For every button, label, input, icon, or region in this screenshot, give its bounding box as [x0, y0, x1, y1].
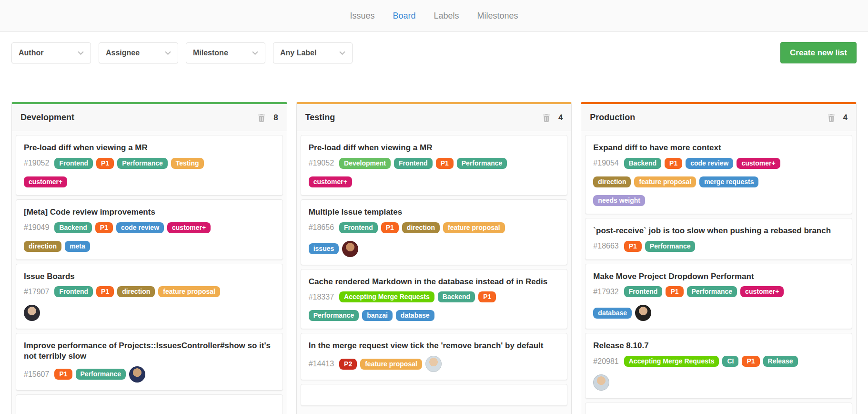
assignee-avatar[interactable] [24, 305, 40, 321]
issue-card[interactable]: Release 8.10.7#20981Accepting Merge Requ… [585, 333, 852, 399]
label-pill[interactable]: direction [24, 241, 61, 252]
label-pill[interactable]: Performance [687, 286, 737, 297]
label-pill[interactable]: Accepting Merge Requests [624, 356, 719, 367]
assignee-filter-dropdown[interactable]: Assignee [99, 42, 178, 63]
label-pill[interactable]: database [396, 310, 434, 321]
label-pill[interactable]: direction [117, 286, 155, 297]
assignee-avatar[interactable] [129, 366, 145, 383]
issue-title[interactable]: Multiple Issue templates [309, 207, 560, 217]
label-pill[interactable]: Accepting Merge Requests [339, 291, 434, 302]
label-pill[interactable]: P1 [478, 291, 496, 302]
issue-card-partial[interactable] [16, 394, 283, 414]
issue-title[interactable]: In the merge request view tick the 'remo… [309, 341, 560, 351]
label-pill[interactable]: customer+ [740, 286, 784, 297]
label-pill[interactable]: Frontend [54, 286, 93, 297]
label-pill[interactable]: merge requests [699, 176, 758, 187]
label-pill[interactable]: Backend [438, 291, 475, 302]
issue-title[interactable]: Make Move Project Dropdown Performant [593, 271, 844, 282]
label-pill[interactable]: database [593, 308, 632, 319]
assignee-avatar[interactable] [635, 305, 651, 321]
issue-title[interactable]: Cache rendered Markdown in the database … [309, 277, 560, 287]
label-pill[interactable]: customer+ [167, 222, 211, 233]
milestone-filter-dropdown[interactable]: Milestone [186, 42, 265, 63]
label-pill[interactable]: direction [402, 222, 440, 233]
delete-list-button[interactable] [826, 114, 837, 122]
label-pill[interactable]: P1 [96, 286, 114, 297]
tab-board[interactable]: Board [393, 11, 415, 21]
label-pill[interactable]: Performance [457, 158, 507, 169]
label-pill[interactable]: Release [763, 356, 798, 367]
delete-list-button[interactable] [541, 114, 552, 122]
label-pill[interactable]: customer+ [24, 176, 67, 187]
label-pill[interactable]: Performance [76, 369, 126, 380]
label-pill[interactable]: feature proposal [360, 359, 422, 370]
label-pill[interactable]: P1 [624, 241, 642, 252]
label-filter-dropdown[interactable]: Any Label [273, 42, 353, 63]
issue-title[interactable]: [Meta] Code review improvements [24, 207, 275, 217]
label-pill[interactable]: feature proposal [443, 222, 505, 233]
issue-card[interactable]: In the merge request view tick the 'remo… [301, 333, 568, 380]
assignee-avatar[interactable] [425, 356, 442, 372]
label-pill[interactable]: code review [116, 222, 164, 233]
assignee-avatar[interactable] [593, 374, 609, 391]
label-pill[interactable]: Development [339, 158, 391, 169]
issue-card[interactable]: Multiple Issue templates#18656FrontendP1… [301, 199, 568, 265]
label-pill[interactable]: P1 [742, 356, 759, 367]
author-filter-dropdown[interactable]: Author [11, 42, 91, 63]
tab-labels[interactable]: Labels [434, 11, 459, 21]
label-pill[interactable]: banzai [362, 310, 393, 321]
label-pill[interactable]: Performance [117, 158, 168, 169]
issue-title[interactable]: `post-receive` job is too slow when push… [593, 226, 844, 236]
label-pill[interactable]: customer+ [309, 176, 352, 187]
label-pill[interactable]: Frontend [624, 286, 663, 297]
label-pill[interactable]: Performance [645, 241, 696, 252]
label-pill[interactable]: feature proposal [634, 176, 696, 187]
issue-title[interactable]: Release 8.10.7 [593, 341, 844, 351]
issue-card[interactable]: [Meta] Code review improvements#19049Bac… [16, 199, 283, 260]
label-pill[interactable]: customer+ [737, 158, 780, 169]
issue-id: #18663 [593, 242, 618, 250]
issue-card[interactable]: Make Move Project Dropdown Performant#17… [585, 264, 852, 330]
issue-title[interactable]: Issue Boards [24, 271, 275, 282]
issue-card-partial[interactable] [585, 403, 852, 414]
issue-card[interactable]: Improve performance of Projects::IssuesC… [16, 333, 283, 391]
issue-card[interactable]: Cache rendered Markdown in the database … [301, 269, 568, 330]
label-pill[interactable]: feature proposal [158, 286, 220, 297]
issue-card[interactable]: `post-receive` job is too slow when push… [585, 218, 852, 260]
issue-card[interactable]: Expand diff to have more context#19054Ba… [585, 135, 852, 214]
label-pill[interactable]: Performance [309, 310, 359, 321]
label-pill[interactable]: direction [593, 176, 631, 187]
label-pill[interactable]: Frontend [394, 158, 433, 169]
label-pill[interactable]: Frontend [54, 158, 93, 169]
label-pill[interactable]: P1 [381, 222, 399, 233]
issue-card[interactable]: Issue Boards#17907FrontendP1directionfea… [16, 264, 283, 330]
label-pill[interactable]: meta [65, 241, 90, 252]
label-pill[interactable]: code review [686, 158, 733, 169]
label-pill[interactable]: CI [722, 356, 738, 367]
label-pill[interactable]: Frontend [339, 222, 378, 233]
label-pill[interactable]: P1 [95, 222, 113, 233]
issue-card[interactable]: Pre-load diff when viewing a MR#19052Fro… [16, 135, 283, 196]
issue-card-partial[interactable] [301, 384, 568, 406]
issue-card[interactable]: Pre-load diff when viewing a MR#19052Dev… [301, 135, 568, 196]
tab-issues[interactable]: Issues [350, 11, 374, 21]
label-pill[interactable]: P1 [436, 158, 454, 169]
issue-title[interactable]: Pre-load diff when viewing a MR [309, 143, 560, 153]
assignee-avatar[interactable] [342, 241, 358, 257]
label-pill[interactable]: issues [309, 243, 339, 254]
label-pill[interactable]: needs weight [593, 195, 645, 206]
label-pill[interactable]: P1 [666, 286, 683, 297]
issue-title[interactable]: Improve performance of Projects::IssuesC… [24, 341, 275, 362]
label-pill[interactable]: P1 [96, 158, 114, 169]
label-pill[interactable]: P2 [339, 359, 357, 370]
label-pill[interactable]: Backend [54, 222, 91, 233]
label-pill[interactable]: Testing [171, 158, 204, 169]
label-pill[interactable]: P1 [54, 369, 72, 380]
label-pill[interactable]: P1 [665, 158, 682, 169]
create-new-list-button[interactable]: Create new list [780, 42, 857, 63]
label-pill[interactable]: Backend [624, 158, 661, 169]
delete-list-button[interactable] [256, 114, 267, 122]
tab-milestones[interactable]: Milestones [477, 11, 518, 21]
issue-title[interactable]: Pre-load diff when viewing a MR [24, 143, 275, 153]
issue-title[interactable]: Expand diff to have more context [593, 143, 844, 153]
